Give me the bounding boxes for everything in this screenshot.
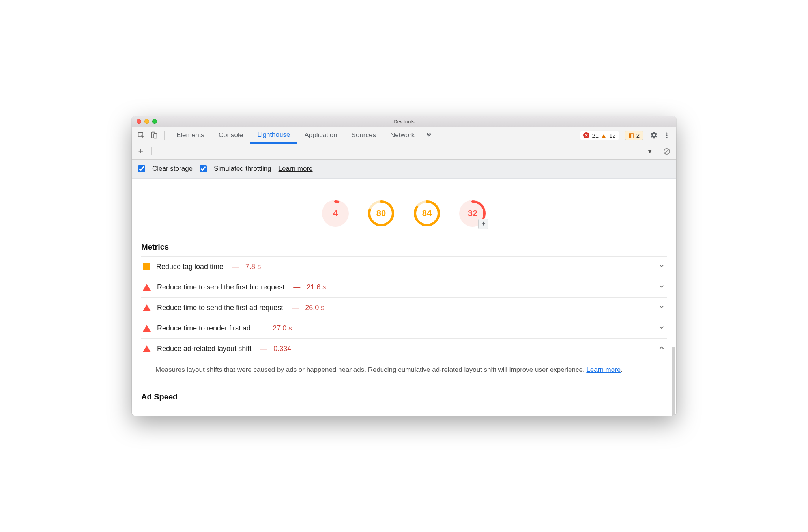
metric-description: Measures layout shifts that were caused … (141, 359, 667, 378)
tab-elements[interactable]: Elements (169, 127, 211, 144)
triangle-icon (143, 284, 151, 291)
window-title: DevTools (132, 119, 676, 125)
clear-storage-checkbox[interactable] (138, 165, 145, 172)
metric-value: 26.0 s (305, 304, 324, 312)
devtools-window: DevTools ElementsConsoleLighthouseApplic… (132, 116, 676, 416)
metric-label: Reduce ad-related layout shift (157, 345, 251, 353)
triangle-icon (143, 325, 151, 332)
chevron-up-icon (658, 344, 665, 353)
report-content: 4808432✦ Metrics Reduce tag load time—7.… (132, 179, 676, 416)
tab-console[interactable]: Console (211, 127, 250, 144)
inspect-element-icon[interactable] (136, 130, 147, 141)
svg-point-5 (666, 137, 667, 138)
simulated-throttling-checkbox[interactable] (200, 165, 207, 172)
square-icon (143, 263, 150, 270)
metric-label: Reduce time to render first ad (157, 324, 251, 332)
metric-row[interactable]: Reduce tag load time—7.8 s (141, 257, 667, 277)
device-toolbar-icon[interactable] (148, 130, 159, 141)
metric-label: Reduce time to send the first ad request (157, 304, 283, 312)
tab-sources[interactable]: Sources (344, 127, 383, 144)
chevron-down-icon (658, 283, 665, 292)
chevron-down-icon (658, 262, 665, 271)
error-icon: ✕ (583, 132, 589, 138)
metric-row[interactable]: Reduce time to send the first ad request… (141, 298, 667, 318)
lighthouse-toolbar: + ▼ (132, 144, 676, 160)
triangle-icon (143, 345, 151, 352)
titlebar: DevTools (132, 116, 676, 127)
clear-icon[interactable] (661, 146, 672, 157)
metric-value: 7.8 s (245, 263, 261, 271)
tab-lighthouse[interactable]: Lighthouse (250, 127, 297, 144)
svg-point-4 (666, 135, 667, 136)
lighthouse-options: Clear storage Simulated throttling Learn… (132, 160, 676, 179)
metric-row[interactable]: Reduce ad-related layout shift—0.334 (141, 339, 667, 359)
whats-new-notification[interactable]: ◧ 2 (625, 131, 643, 140)
tab-network[interactable]: Network (383, 127, 422, 144)
chevron-down-icon (658, 303, 665, 312)
plugin-icon: ✦ (478, 219, 488, 229)
score-gauge-1[interactable]: 80 (368, 200, 395, 227)
kebab-menu-icon[interactable] (661, 130, 672, 141)
warning-count: 12 (609, 132, 616, 139)
metric-value: 27.0 s (273, 324, 292, 332)
separator (152, 147, 152, 155)
metric-value: 0.334 (273, 345, 291, 353)
simulated-throttling-label: Simulated throttling (214, 165, 271, 173)
metric-label: Reduce tag load time (156, 263, 223, 271)
learn-more-link[interactable]: Learn more (279, 165, 313, 173)
score-gauge-0[interactable]: 4 (322, 200, 349, 227)
error-count: 21 (592, 132, 599, 139)
more-tabs-icon[interactable] (423, 132, 434, 139)
warning-icon: ▲ (601, 132, 607, 139)
announcement-icon: ◧ (628, 132, 634, 139)
score-gauge-2[interactable]: 84 (413, 200, 440, 227)
tabbar: ElementsConsoleLighthouseApplicationSour… (132, 127, 676, 144)
metric-value: 21.6 s (307, 283, 326, 291)
settings-gear-icon[interactable] (649, 130, 660, 141)
chevron-down-icon (658, 324, 665, 333)
console-counts[interactable]: ✕ 21 ▲ 12 (580, 131, 619, 140)
svg-point-3 (666, 133, 667, 134)
metric-row[interactable]: Reduce time to send the first bid reques… (141, 277, 667, 298)
metric-row[interactable]: Reduce time to render first ad—27.0 s (141, 318, 667, 339)
new-report-button[interactable]: + (136, 146, 146, 157)
tab-application[interactable]: Application (297, 127, 344, 144)
triangle-icon (143, 304, 151, 311)
learn-more-link[interactable]: Learn more (586, 366, 621, 373)
report-dropdown[interactable]: ▼ (647, 148, 653, 155)
score-gauges: 4808432✦ (141, 179, 667, 237)
ad-speed-heading: Ad Speed (141, 392, 667, 401)
svg-rect-2 (154, 134, 157, 138)
score-gauge-3[interactable]: 32✦ (459, 200, 486, 227)
metrics-list: Reduce tag load time—7.8 sReduce time to… (141, 257, 667, 378)
separator (164, 131, 165, 140)
panel-tabs: ElementsConsoleLighthouseApplicationSour… (169, 127, 422, 144)
svg-line-7 (665, 149, 669, 153)
metrics-heading: Metrics (141, 237, 667, 257)
scrollbar[interactable] (672, 347, 675, 416)
notification-count: 2 (636, 132, 640, 139)
clear-storage-label: Clear storage (152, 165, 193, 173)
metric-label: Reduce time to send the first bid reques… (157, 283, 284, 291)
